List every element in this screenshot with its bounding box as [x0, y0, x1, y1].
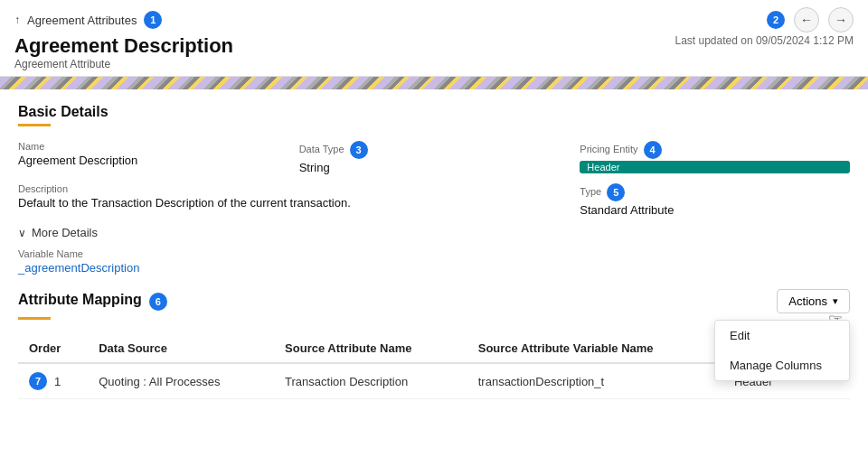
type-badge: 5	[607, 183, 625, 201]
actions-label: Actions	[788, 294, 827, 308]
pricing-entity-value: Header	[580, 161, 850, 173]
nav-badge: 2	[767, 11, 785, 29]
chevron-down-icon: ∨	[18, 227, 26, 239]
type-value: Standard Attribute	[580, 203, 850, 217]
data-type-field: Data Type 3 String	[299, 141, 570, 174]
actions-chevron-icon: ▾	[833, 295, 838, 307]
data-type-value: String	[299, 161, 570, 174]
variable-name-value: _agreementDescription	[18, 261, 850, 275]
pricing-entity-badge: 4	[644, 141, 662, 159]
col-source-attribute-name: Source Attribute Name	[274, 334, 467, 363]
header-right: 2 ← →	[767, 7, 854, 33]
actions-container: Actions ▾ Edit Manage Columns ☞	[777, 289, 850, 313]
col-source-attribute-variable-name: Source Attribute Variable Name	[467, 334, 723, 363]
actions-dropdown: Edit Manage Columns	[714, 320, 850, 381]
variable-name-field: Variable Name _agreementDescription	[18, 248, 850, 275]
row-source-attribute-name: Transaction Description	[274, 363, 467, 399]
row-source-attribute-variable-name: transactionDescription_t	[467, 363, 723, 399]
basic-details-underline	[18, 124, 51, 126]
manage-columns-menu-item[interactable]: Manage Columns	[715, 350, 849, 380]
more-details-label: More Details	[32, 226, 98, 239]
nav-forward-button[interactable]: →	[828, 7, 854, 33]
description-field: Description Default to the Transaction D…	[18, 183, 569, 217]
basic-details-section: Basic Details Name Agreement Description…	[18, 104, 850, 217]
name-field: Name Agreement Description	[18, 141, 288, 174]
decorative-banner	[0, 77, 868, 89]
main-content: Basic Details Name Agreement Description…	[0, 89, 868, 414]
data-type-label: Data Type	[299, 144, 344, 154]
attribute-mapping-badge: 6	[149, 293, 167, 311]
basic-details-grid: Name Agreement Description Data Type 3 S…	[18, 141, 850, 174]
row-order: 7 1	[18, 363, 88, 399]
pricing-entity-field: Pricing Entity 4 Header	[580, 141, 850, 174]
row-data-source: Quoting : All Processes	[88, 363, 274, 399]
page-subtitle: Agreement Attribute	[14, 58, 233, 70]
attribute-mapping-section: Attribute Mapping 6 Actions ▾ Edit Manag…	[18, 289, 850, 399]
more-details-toggle[interactable]: ∨ More Details	[18, 226, 850, 239]
edit-menu-item[interactable]: Edit	[715, 321, 849, 350]
page-title: Agreement Description	[14, 34, 233, 58]
breadcrumb: ↑ Agreement Attributes 1	[14, 11, 162, 29]
breadcrumb-up-icon: ↑	[14, 14, 20, 26]
col-order: Order	[18, 334, 88, 363]
col-data-source: Data Source	[88, 334, 274, 363]
attribute-mapping-left: Attribute Mapping 6	[18, 292, 167, 312]
type-label: Type	[580, 186, 601, 197]
attribute-mapping-title: Attribute Mapping	[18, 292, 142, 308]
last-updated: Last updated on 09/05/2024 1:12 PM	[675, 34, 854, 47]
basic-details-title: Basic Details	[18, 104, 850, 120]
name-value: Agreement Description	[18, 154, 288, 167]
pricing-entity-label: Pricing Entity	[580, 144, 637, 154]
nav-back-button[interactable]: ←	[794, 7, 819, 33]
variable-name-label: Variable Name	[18, 248, 850, 259]
breadcrumb-badge: 1	[144, 11, 162, 29]
attribute-mapping-underline	[18, 317, 51, 320]
data-type-badge: 3	[350, 141, 368, 159]
header: ↑ Agreement Attributes 1 2 ← → Agreement…	[0, 0, 868, 77]
description-label: Description	[18, 183, 569, 194]
type-field: Type 5 Standard Attribute	[580, 183, 850, 217]
row-badge: 7	[29, 372, 47, 390]
order-value: 1	[54, 375, 61, 388]
name-label: Name	[18, 141, 288, 152]
breadcrumb-label[interactable]: Agreement Attributes	[27, 14, 137, 27]
attribute-mapping-header: Attribute Mapping 6 Actions ▾ Edit Manag…	[18, 289, 850, 313]
description-value: Default to the Transaction Description o…	[18, 196, 569, 210]
